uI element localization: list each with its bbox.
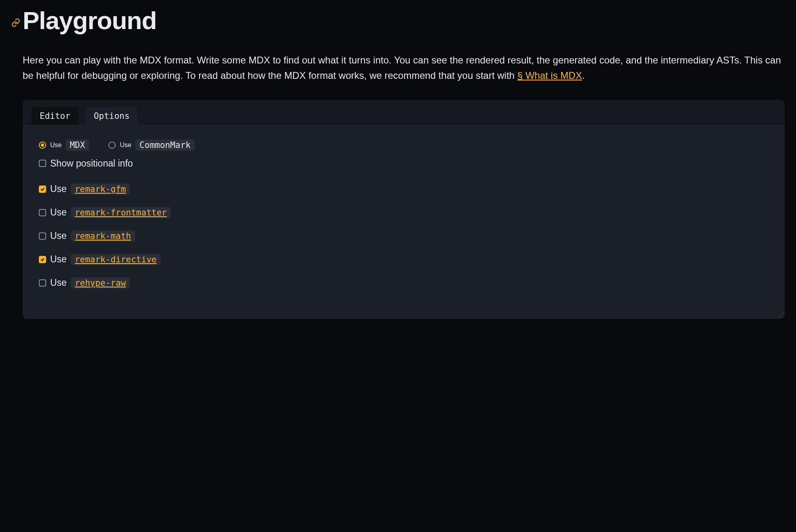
tab-options[interactable]: Options: [86, 107, 138, 125]
checkbox-icon: [39, 256, 46, 263]
radio-icon: [39, 141, 46, 149]
intro-text-1: Here you can play with the MDX format. W…: [23, 55, 781, 81]
plugin-remark-gfm-option[interactable]: Use remark-gfm: [39, 184, 130, 195]
plugin-remark-math-link[interactable]: remark-math: [71, 230, 135, 242]
use-label: Use: [50, 141, 61, 149]
options-panel-body: Use MDX Use CommonMark Show positional i…: [23, 125, 785, 319]
what-is-mdx-link[interactable]: § What is MDX: [517, 70, 582, 81]
radio-icon: [108, 141, 116, 149]
format-mdx-option[interactable]: Use MDX: [39, 139, 89, 151]
use-label: Use: [50, 184, 67, 194]
use-label: Use: [120, 141, 131, 149]
plugin-remark-gfm-link[interactable]: remark-gfm: [71, 184, 130, 195]
plugin-remark-frontmatter-option[interactable]: Use remark-frontmatter: [39, 207, 171, 218]
plugin-remark-directive-link[interactable]: remark-directive: [71, 254, 161, 265]
tab-editor[interactable]: Editor: [32, 107, 78, 125]
use-label: Use: [50, 230, 67, 241]
format-mdx-chip: MDX: [66, 139, 89, 151]
format-commonmark-chip: CommonMark: [135, 139, 195, 151]
checkbox-icon: [39, 160, 46, 167]
tab-bar: Editor Options: [23, 100, 785, 125]
plugin-rehype-raw-option[interactable]: Use rehype-raw: [39, 277, 130, 289]
checkbox-icon: [39, 209, 46, 216]
use-label: Use: [50, 277, 67, 288]
resize-handle-icon[interactable]: [777, 311, 783, 317]
use-label: Use: [50, 207, 67, 218]
page-title: Playground: [23, 8, 157, 33]
permalink-icon[interactable]: [11, 18, 20, 27]
use-label: Use: [50, 254, 67, 265]
plugin-rehype-raw-link[interactable]: rehype-raw: [71, 277, 130, 289]
checkbox-icon: [39, 279, 46, 287]
format-commonmark-option[interactable]: Use CommonMark: [108, 139, 195, 151]
plugin-remark-math-option[interactable]: Use remark-math: [39, 230, 135, 242]
show-positional-option[interactable]: Show positional info: [39, 158, 133, 169]
intro-paragraph: Here you can play with the MDX format. W…: [11, 53, 785, 84]
checkbox-icon: [39, 232, 46, 240]
svg-line-1: [781, 315, 783, 317]
playground-panel: Editor Options Use MDX Use CommonMark Sh…: [23, 100, 785, 319]
plugin-remark-directive-option[interactable]: Use remark-directive: [39, 254, 161, 265]
svg-line-0: [778, 312, 783, 317]
checkbox-icon: [39, 186, 46, 193]
plugin-remark-frontmatter-link[interactable]: remark-frontmatter: [71, 207, 171, 218]
show-positional-label: Show positional info: [50, 158, 133, 169]
intro-text-2: .: [582, 70, 585, 81]
